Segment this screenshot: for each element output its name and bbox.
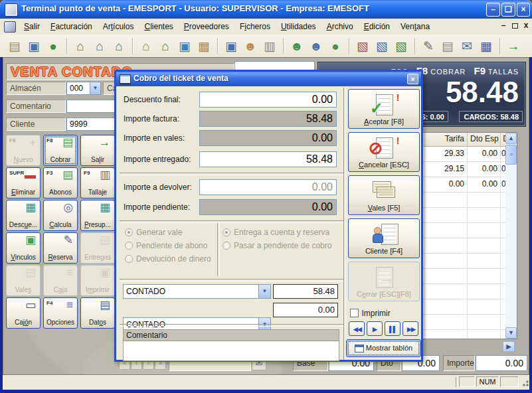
doc-user-icon: ▤ bbox=[25, 267, 36, 278]
imprimir-option[interactable]: Imprimir bbox=[350, 307, 391, 319]
payment-method-1-select[interactable]: CONTADO▼ bbox=[123, 284, 271, 299]
pos-button-grid: F8+NuevoF8▤Cobrar→SalirSUPR▬EliminarF3▤A… bbox=[6, 135, 116, 331]
importe-entregado-field[interactable]: 58.48 bbox=[199, 151, 337, 167]
play-icon[interactable]: ▶ bbox=[367, 321, 383, 336]
menu-archivo[interactable]: Archivo bbox=[321, 20, 359, 33]
user-mail-icon[interactable]: ☻ bbox=[307, 37, 325, 55]
scrollbar-thumb[interactable]: ≡ bbox=[505, 145, 517, 165]
aceptar-button[interactable]: ✓!Aceptar [F8] bbox=[348, 89, 420, 129]
minimize-button[interactable]: – bbox=[486, 3, 500, 17]
cancelar-button[interactable]: ⊘!Cancelar [ESC] bbox=[348, 132, 420, 172]
shirt-icon: ▣ bbox=[25, 234, 36, 246]
save-all-icon[interactable]: ▦ bbox=[477, 37, 495, 55]
importe-factura-label: Importe factura: bbox=[124, 111, 179, 127]
home-icon[interactable]: ⌂ bbox=[71, 37, 90, 55]
cliente-button[interactable]: Cliente [F4] bbox=[348, 218, 420, 258]
home-arrow-icon[interactable]: ⌂ bbox=[156, 37, 175, 55]
globe-icon[interactable]: ● bbox=[44, 37, 62, 55]
vales-button[interactable]: Vales [F5] bbox=[348, 175, 420, 215]
eraser-book-icon[interactable]: ▤ bbox=[5, 37, 24, 55]
grid-button-tallaje[interactable]: F9▥Tallaje bbox=[80, 167, 115, 198]
chevron-down-icon[interactable]: ▼ bbox=[258, 285, 270, 298]
importe-vales-field: 0.00 bbox=[199, 130, 337, 146]
grid-button-presup[interactable]: ▦Presup... bbox=[80, 200, 115, 231]
close-button[interactable]: × bbox=[517, 3, 530, 17]
radio-entrega-a-cuenta-y-reserva: Entrega a cuenta y reserva bbox=[222, 226, 342, 239]
almacen-value[interactable]: 000 bbox=[66, 82, 90, 95]
exit-door-icon[interactable]: → bbox=[504, 37, 523, 55]
computer-icon[interactable]: ▣ bbox=[222, 37, 240, 55]
pause-icon[interactable]: ▌▌ bbox=[385, 321, 400, 336]
menu-edici-n[interactable]: Edición bbox=[359, 20, 395, 33]
user-monitor-icon[interactable]: ▣ bbox=[25, 37, 43, 55]
door-icon: → bbox=[99, 137, 110, 148]
payment-amount-2-field[interactable]: 0.00 bbox=[273, 303, 338, 317]
menu-ficheros[interactable]: Ficheros bbox=[234, 20, 276, 33]
imprimir-checkbox[interactable] bbox=[350, 309, 359, 317]
toolbar-separator bbox=[283, 38, 284, 54]
chart-globe-icon[interactable]: ▧ bbox=[392, 37, 410, 55]
menu-proveedores[interactable]: Proveedores bbox=[179, 20, 234, 33]
notepad-icon[interactable]: ✎ bbox=[419, 37, 438, 55]
mdi-system-icon[interactable] bbox=[4, 21, 16, 33]
mdi-minimize-button[interactable]: – bbox=[498, 21, 509, 31]
chart-eraser-icon[interactable]: ▧ bbox=[353, 37, 372, 55]
rewind-icon[interactable]: ◀◀ bbox=[349, 321, 365, 336]
grid-button-cobrar[interactable]: F8▤Cobrar bbox=[43, 135, 78, 166]
forward-icon[interactable]: ▶▶ bbox=[402, 321, 418, 336]
mdi-close-button[interactable]: x bbox=[521, 21, 531, 31]
radio-pasar-a-pendiente-de-cobro: Pasar a pendiente de cobro bbox=[222, 239, 342, 252]
scroll-up-icon[interactable]: ▲ bbox=[505, 133, 517, 144]
chart-user-icon[interactable]: ▧ bbox=[373, 37, 391, 55]
dialog-close-icon[interactable]: × bbox=[407, 74, 418, 84]
importe-entregado-label: Importe entregado: bbox=[124, 151, 191, 167]
user-coins-icon[interactable]: ☻ bbox=[241, 37, 260, 55]
scroll-down-icon[interactable]: ▼ bbox=[505, 327, 517, 339]
descuento-final-field[interactable]: 0.00 bbox=[199, 92, 337, 108]
menu-clientes[interactable]: Clientes bbox=[139, 20, 178, 33]
menu-utilidades[interactable]: Utilidades bbox=[276, 20, 321, 33]
payment-amount-1-field[interactable]: 58.48 bbox=[273, 284, 338, 299]
scroll-right-icon[interactable]: ▶ bbox=[503, 341, 515, 352]
grid-button-vinculos[interactable]: ▣Vinculos bbox=[6, 232, 41, 264]
home-search-icon[interactable]: ⌂ bbox=[137, 37, 155, 55]
user-money-icon[interactable]: ☻ bbox=[288, 37, 306, 55]
comment-textarea[interactable] bbox=[124, 341, 339, 359]
globe-money-icon[interactable]: ● bbox=[326, 37, 345, 55]
mail-send-icon[interactable]: ✉ bbox=[458, 37, 476, 55]
grid-button-datos[interactable]: ▤Datos bbox=[80, 297, 115, 329]
grid-button-opciones[interactable]: F4≡Opciones bbox=[43, 297, 78, 329]
grid-button-descue[interactable]: ▦Descue... bbox=[6, 200, 41, 231]
monitors-sync-icon[interactable]: ▣ bbox=[175, 37, 194, 55]
package-icon[interactable]: ▦ bbox=[195, 37, 213, 55]
mdi-restore-button[interactable] bbox=[509, 21, 520, 31]
separator bbox=[343, 88, 346, 360]
table-vertical-scrollbar[interactable]: ▲ ≡ ▼ bbox=[505, 133, 517, 339]
importe-devolver-field[interactable]: 0.00 bbox=[199, 179, 337, 195]
app-icon bbox=[5, 3, 18, 17]
maximize-button[interactable]: ❏ bbox=[501, 3, 515, 17]
radio-icon bbox=[125, 228, 133, 236]
grid-button-eliminar[interactable]: SUPR▬Eliminar bbox=[6, 167, 41, 198]
printer-icon: ▣ bbox=[100, 267, 110, 278]
resize-grip[interactable] bbox=[520, 378, 529, 387]
menu-ventana[interactable]: Ventana bbox=[395, 20, 435, 33]
menu-art-culos[interactable]: Artículos bbox=[98, 20, 139, 33]
grid-button-abonos[interactable]: F3▤Abonos bbox=[43, 167, 78, 198]
grid-button-reserva[interactable]: ✎Reserva bbox=[43, 232, 78, 264]
sizes-icon: ▥ bbox=[100, 169, 110, 181]
printer-icon[interactable]: ▤ bbox=[438, 37, 457, 55]
almacen-dropdown-icon[interactable]: ▼ bbox=[90, 82, 101, 95]
grid-button-salir[interactable]: →Salir bbox=[80, 135, 115, 166]
home-clock-icon[interactable]: ⌂ bbox=[90, 37, 109, 55]
statusbar-panel bbox=[500, 376, 519, 387]
cash-register-icon[interactable]: ▥ bbox=[260, 37, 279, 55]
importe-pendiente-label: Importe pendiente: bbox=[124, 199, 190, 215]
doc-arrow-icon: → bbox=[349, 266, 419, 290]
grid-button-caj-n[interactable]: ▭Cajón bbox=[6, 297, 41, 329]
home-globe-icon[interactable]: ⌂ bbox=[110, 37, 128, 55]
mostrar-tablon-button[interactable]: Mostrar tablón bbox=[346, 339, 421, 357]
grid-button-calcula[interactable]: ◎Calcula bbox=[43, 200, 78, 231]
menu-salir[interactable]: Salir bbox=[19, 20, 45, 33]
menu-facturaci-n[interactable]: Facturación bbox=[45, 20, 98, 33]
